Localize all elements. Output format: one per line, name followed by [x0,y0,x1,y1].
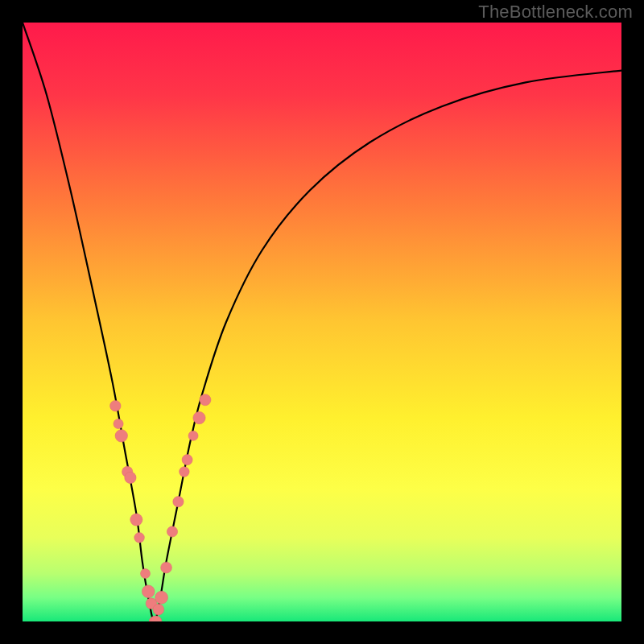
highlight-dot [115,430,127,442]
highlight-dot [188,431,198,440]
highlight-dot [193,411,205,423]
highlight-dot [125,472,136,483]
highlight-dot [142,585,155,598]
highlight-dot [200,394,211,406]
bottleneck-curve [23,23,621,621]
highlight-dot [180,467,190,477]
highlight-dot [130,514,142,526]
highlight-dot [153,604,164,615]
highlight-dot [110,400,121,411]
plot-area [23,23,621,621]
chart-frame: TheBottleneck.com [0,0,644,644]
watermark-text: TheBottleneck.com [478,2,633,23]
highlight-dot [182,455,192,465]
highlight-dot [173,497,184,507]
highlight-dot [141,568,151,578]
highlight-dot [155,591,168,604]
highlight-dot [167,526,177,537]
highlight-dot [114,419,123,428]
highlight-dot [134,533,145,543]
highlight-dot [161,562,172,573]
